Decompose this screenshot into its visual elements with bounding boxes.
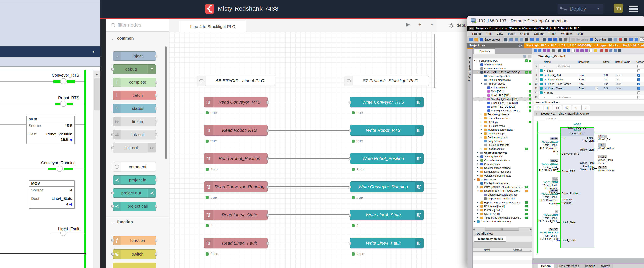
save-project-icon[interactable] [480, 38, 483, 41]
new-project-icon[interactable] [469, 38, 472, 41]
tag-table-row[interactable]: 13 ▼ <Add new> ▤ [534, 95, 644, 100]
add-tab-icon[interactable]: + [418, 21, 421, 27]
s7-write-node[interactable]: Write Robot_Position [350, 153, 424, 164]
accessible-checkbox[interactable] [637, 96, 640, 99]
fb-output-operand[interactable]: TRUE #Line4_Yellow [598, 143, 614, 150]
node-output-port[interactable] [155, 253, 158, 256]
menu-help[interactable]: Help [577, 32, 583, 35]
main-menu-icon[interactable] [629, 6, 638, 14]
print-icon[interactable] [504, 38, 508, 41]
insert-row-icon[interactable] [534, 49, 537, 52]
flow-wire[interactable] [268, 130, 350, 131]
open-branch-icon[interactable]: ↦ [572, 105, 581, 110]
tree-chevron-icon[interactable] [477, 216, 479, 219]
col-name[interactable]: Name [544, 60, 551, 63]
coil-symbol[interactable] [60, 78, 66, 84]
tree-row[interactable]: PLC data types ✓ [472, 124, 532, 128]
contact-no-icon[interactable]: -| |- [534, 105, 543, 110]
tree-row[interactable]: Devices & networks ✓ [472, 66, 532, 70]
fb-output-pin[interactable]: Yellow_Light [580, 148, 594, 151]
tag-datatype[interactable]: Bool [579, 87, 584, 90]
node-input-port[interactable] [111, 68, 114, 70]
force-icon[interactable] [585, 49, 588, 52]
tree-row[interactable]: USB [S7USB] ✓ [472, 212, 532, 216]
fb-output-operand[interactable]: FALSE #Line4_Green [598, 166, 614, 172]
tia-ladder-canvas[interactable]: %FB2 "Line4_PLC" EN ENO %DB2 "Line4_PLC_… [534, 121, 644, 258]
node-output-port[interactable] [155, 107, 158, 110]
tree-chevron-icon[interactable] [477, 151, 479, 153]
node-output-port[interactable] [155, 133, 158, 136]
tree-row[interactable]: Ungrouped devices ✓ [472, 151, 532, 155]
tree-chevron-icon[interactable] [474, 220, 476, 222]
palette-node[interactable]: inject [113, 51, 156, 61]
fb-input-pin[interactable]: Conveyor_ Running [562, 198, 574, 205]
scrollbar-thumb[interactable] [94, 78, 100, 110]
tile-horizontal-icon[interactable] [629, 38, 633, 41]
tree-chevron-icon[interactable] [481, 113, 483, 115]
tree-row[interactable]: Device proxy data ✓ [472, 135, 532, 139]
keep-values-icon[interactable] [543, 49, 546, 52]
tree-row[interactable]: Local modules ✓ [472, 147, 532, 151]
instance-db-label[interactable]: %DB2 "Line4_PLC_DB" [560, 123, 594, 129]
tree-chevron-icon[interactable] [474, 178, 476, 180]
col-datatype[interactable]: Data type [578, 60, 589, 63]
palette-node-partial[interactable] [113, 263, 156, 268]
node-input-port[interactable] [111, 146, 114, 149]
palette-scrollbar[interactable] [165, 46, 167, 159]
palette-node[interactable]: project in [113, 175, 156, 185]
copy-snapshot-icon[interactable] [614, 49, 617, 52]
node-input-port[interactable] [348, 101, 351, 104]
compare-icon[interactable] [618, 49, 621, 52]
tree-row[interactable]: PC internal [Local] ✓ [472, 204, 532, 208]
copy-icon[interactable] [514, 38, 518, 41]
fb-input-pin[interactable]: Robot_RTS [562, 170, 575, 173]
tag-name[interactable]: Line4_Green [548, 87, 563, 90]
node-input-port[interactable] [111, 205, 114, 208]
modify-icon[interactable] [580, 49, 584, 52]
tab-compile[interactable]: Compile [582, 264, 598, 268]
fb-input-pin[interactable]: Conveyor_RTS [562, 152, 580, 155]
tree-chevron-icon[interactable] [477, 163, 479, 165]
flow-wire[interactable] [268, 186, 350, 187]
fb-output-operand[interactable]: FALSE #Line4_Flash_ Green [598, 155, 614, 165]
eip-read-node[interactable]: Read Line4_Fault [204, 238, 268, 249]
tree-row[interactable]: Technology objects ✓ [472, 112, 532, 116]
menu-view[interactable]: View [496, 32, 503, 35]
node-output-port[interactable] [155, 179, 158, 181]
mov-instruction[interactable]: MOV Source 15.5 Dest Robot_Position 15.5… [26, 116, 74, 144]
tree-row[interactable]: Device configuration ✓ [472, 74, 532, 78]
node-output-port[interactable] [155, 55, 158, 57]
tree-row[interactable]: Display/hide interfaces ✓ [472, 181, 532, 185]
eip-read-node[interactable]: Read Robot_Position [204, 153, 268, 164]
fb-input-pin[interactable]: Line4_State [562, 221, 576, 224]
col-more[interactable]: ... [530, 249, 532, 252]
load-snapshot-icon[interactable] [609, 49, 612, 52]
node-input-port[interactable] [111, 192, 114, 195]
palette-node[interactable]: debug [113, 64, 156, 74]
tree-chevron-icon[interactable] [477, 186, 479, 188]
node-input-port[interactable] [111, 239, 114, 242]
flow-wire[interactable] [268, 214, 350, 215]
collapse-all-icon[interactable] [563, 49, 566, 52]
node-output-port[interactable] [155, 120, 158, 123]
palette-node[interactable]: link in [113, 117, 156, 126]
s7-write-node[interactable]: Write Line4_Fault [350, 238, 424, 249]
fb-input-operand[interactable]: TRUE %DB1.DBX6.0 "From_Line4_ PLC".Conve… [534, 189, 558, 205]
fb-output-operand[interactable]: FALSE #Line4_Red [598, 135, 611, 141]
tree-row[interactable]: Stacklight_Control [FB1] ✓ [472, 97, 532, 101]
open-project-icon[interactable] [474, 38, 478, 41]
tree-row[interactable]: Common data ✓ [472, 162, 532, 166]
tab-syntax[interactable]: Syntax [598, 264, 613, 268]
tree-row[interactable]: Languages & resources ✓ [472, 170, 532, 174]
devices-tab[interactable]: Devices [474, 48, 495, 54]
fb-input-operand[interactable]: FALSE %DB1.DBX12.0 "From_Line4_ PLC".Lin… [534, 228, 558, 241]
cut-icon[interactable] [509, 38, 513, 41]
accessible-checkbox[interactable] [637, 91, 640, 94]
menu-insert[interactable]: Insert [508, 32, 516, 35]
breadcrumb-project[interactable]: Stacklight_PLC [526, 44, 547, 47]
tree-row[interactable]: Display more information ✓ [472, 197, 532, 201]
menu-tools[interactable]: Tools [549, 32, 556, 35]
tree-row[interactable]: External source files ✓ [472, 116, 532, 120]
tree-row[interactable]: Add new block ✓ [472, 86, 532, 89]
tag-name[interactable]: Line4_Red [548, 73, 561, 77]
